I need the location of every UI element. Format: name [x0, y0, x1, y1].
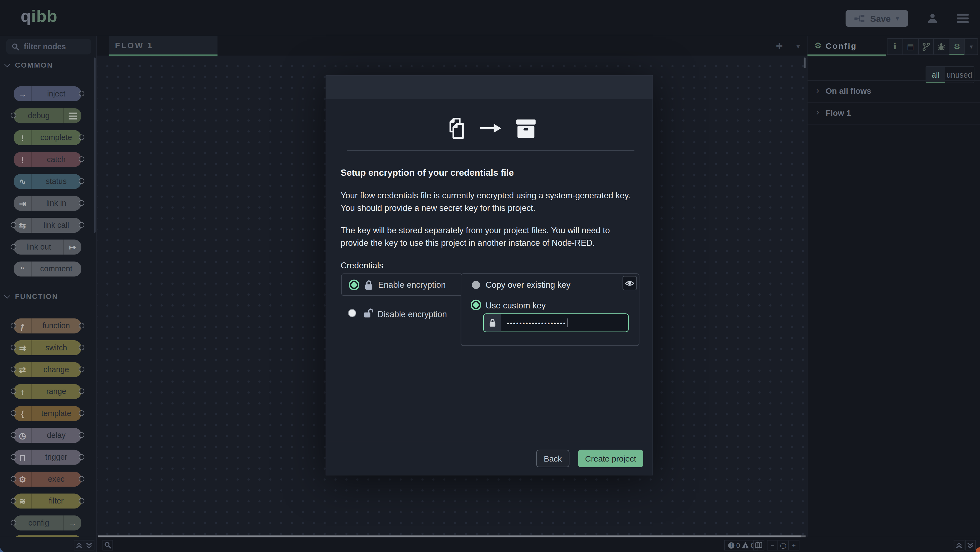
tab-config-nodes[interactable]: ⚙: [950, 39, 965, 54]
palette-expand-all-button[interactable]: [84, 540, 94, 550]
save-dropdown-caret-icon[interactable]: ▾: [896, 14, 899, 22]
custom-key-password-input[interactable]: •••••••••••••••••••: [483, 313, 629, 332]
dialog-title: Setup encryption of your credentials fil…: [340, 168, 514, 178]
back-button[interactable]: Back: [536, 450, 570, 467]
canvas-horizontal-scrollbar[interactable]: [98, 535, 801, 537]
logo-letter-q: q: [21, 7, 31, 26]
palette-node-trigger[interactable]: ⊓ trigger: [14, 450, 81, 465]
zoom-in-button[interactable]: +: [789, 541, 799, 550]
warning-count-icon: !: [742, 542, 749, 548]
copy-existing-key-radio[interactable]: [472, 281, 480, 289]
node-palette: filter nodes COMMON → inject debug ! com…: [0, 36, 97, 537]
palette-node-link-call[interactable]: ⇆ link call: [14, 218, 81, 233]
palette-node-delay[interactable]: ◷ delay: [14, 428, 81, 443]
node-icon: ƒ: [14, 319, 32, 333]
node-icon: ⇆: [14, 218, 32, 233]
dialog-footer-divider: [326, 442, 652, 442]
config-group-flow-1[interactable]: › Flow 1: [807, 103, 980, 124]
enable-encryption-option[interactable]: Enable encryption: [341, 273, 461, 296]
filter-all-label: all: [932, 70, 940, 79]
palette-node-link-in[interactable]: ⇥ link in: [14, 196, 81, 211]
canvas-horizontal-scrollbar-thumb[interactable]: [800, 535, 805, 537]
palette-category-common[interactable]: COMMON: [5, 61, 53, 69]
node-label: switch: [31, 340, 81, 355]
disable-encryption-radio[interactable]: [348, 309, 356, 317]
sidebar-tabs-caret-icon[interactable]: ▾: [965, 39, 978, 54]
palette-node-template[interactable]: { template: [14, 406, 81, 421]
palette-node-inject[interactable]: → inject: [14, 86, 81, 101]
use-custom-key-radio[interactable]: [471, 300, 481, 310]
palette-category-function[interactable]: FUNCTION: [5, 293, 58, 300]
use-custom-key-label: Use custom key: [486, 301, 546, 310]
disable-encryption-option[interactable]: Disable encryption: [341, 305, 461, 324]
palette-node-comment[interactable]: “ comment: [14, 262, 81, 276]
book-icon: ▤: [907, 42, 914, 51]
node-label: exec: [31, 472, 81, 487]
palette-node-debug[interactable]: debug: [14, 108, 81, 123]
palette-function-nodes: ƒ function ⇉ switch ⇄ change ↕ range { t…: [14, 319, 81, 530]
palette-node-complete[interactable]: ! complete: [14, 130, 81, 145]
dialog-paragraph-2: The key will be stored separately from y…: [340, 225, 610, 250]
config-tab-label: Config: [826, 41, 857, 51]
tab-version-control[interactable]: [918, 39, 934, 54]
node-label: template: [31, 406, 81, 421]
zoom-reset-button[interactable]: ◯: [778, 541, 789, 550]
palette-search-input[interactable]: filter nodes: [6, 39, 91, 54]
node-icon: ⚙: [14, 472, 32, 487]
palette-node-config[interactable]: → config: [14, 515, 81, 530]
palette-common-nodes: → inject debug ! complete ! catch ∿ stat…: [14, 86, 81, 276]
node-label: trigger: [31, 450, 81, 465]
deploy-icon: [854, 14, 865, 22]
node-label: catch: [31, 152, 81, 167]
palette-node-range[interactable]: ↕ range: [14, 384, 81, 399]
palette-node-status[interactable]: ∿ status: [14, 174, 81, 189]
enable-encryption-radio[interactable]: [349, 279, 360, 290]
tab-flow-1[interactable]: FLOW 1: [109, 36, 217, 56]
tab-help[interactable]: ▤: [903, 39, 918, 54]
palette-node-exec[interactable]: ⚙ exec: [14, 472, 81, 487]
tab-active-underline: [109, 54, 217, 56]
show-password-button[interactable]: [622, 276, 637, 290]
sidebar-expand-button[interactable]: [965, 540, 976, 550]
sidebar-collapse-button[interactable]: [954, 540, 964, 550]
encryption-key-panel: Copy over existing key Use custom key ••…: [461, 273, 640, 346]
user-icon[interactable]: [927, 13, 938, 24]
dialog-paragraph-1: Your flow credentials file is currently …: [340, 190, 630, 215]
config-group-on-all-flows[interactable]: › On all flows: [807, 81, 980, 102]
bug-icon: [938, 43, 945, 51]
qibb-logo[interactable]: qibb: [21, 7, 57, 26]
palette-node-switch[interactable]: ⇉ switch: [14, 340, 81, 355]
dialog-illustration: [326, 117, 652, 139]
palette-collapse-all-button[interactable]: [74, 540, 84, 550]
lock-closed-icon: [364, 279, 373, 290]
save-button[interactable]: Save ▾: [846, 10, 908, 27]
add-flow-button[interactable]: +: [771, 38, 788, 55]
node-icon: →: [14, 86, 32, 101]
node-icon: !: [14, 152, 32, 167]
minimap-button[interactable]: [753, 540, 764, 550]
flow-list-caret-icon[interactable]: ▾: [791, 39, 805, 54]
tab-info[interactable]: i: [888, 39, 903, 54]
chevron-down-icon: [4, 292, 10, 298]
create-project-button[interactable]: Create project: [578, 450, 643, 467]
palette-node-function[interactable]: ƒ function: [14, 319, 81, 333]
palette-search-placeholder: filter nodes: [24, 42, 66, 51]
sidebar-tab-config[interactable]: ⚙ Config: [807, 36, 886, 56]
palette-node-link-out[interactable]: ↦ link out: [14, 239, 81, 254]
palette-node-catch[interactable]: ! catch: [14, 152, 81, 167]
config-node-list: › On all flows › Flow 1: [807, 80, 980, 124]
canvas-vertical-scrollbar[interactable]: [804, 57, 806, 68]
node-icon: “: [14, 262, 32, 276]
canvas-search-button[interactable]: [103, 540, 113, 550]
palette-scrollbar[interactable]: [94, 57, 95, 233]
palette-node-change[interactable]: ⇄ change: [14, 362, 81, 377]
gear-icon: ⚙: [815, 41, 822, 50]
node-label: link call: [31, 218, 81, 233]
zoom-out-button[interactable]: −: [767, 541, 778, 550]
hamburger-menu-icon[interactable]: [957, 14, 969, 23]
info-icon: i: [893, 42, 896, 51]
text-cursor: [568, 319, 568, 327]
palette-node-filter[interactable]: ≋ filter: [14, 493, 81, 508]
tab-debug[interactable]: [934, 39, 950, 54]
password-masked-value: •••••••••••••••••••: [501, 314, 566, 332]
